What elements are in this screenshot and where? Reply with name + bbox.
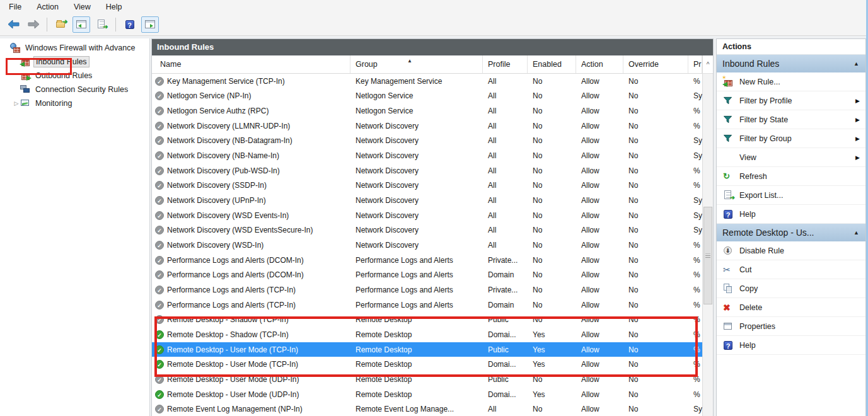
- rule-profile-cell: Public: [483, 315, 528, 324]
- column-header-group[interactable]: Group▲: [350, 55, 483, 73]
- action-cut[interactable]: ✂Cut: [717, 260, 865, 279]
- rule-override-cell: No: [623, 330, 688, 339]
- rule-name-cell: ✓Network Discovery (LLMNR-UDP-In): [152, 122, 350, 130]
- chevron-expand-icon[interactable]: ▷: [13, 100, 20, 107]
- action-view[interactable]: View▶: [717, 148, 865, 167]
- rule-name: Performance Logs and Alerts (TCP-In): [167, 301, 296, 309]
- table-row[interactable]: ✓Remote Desktop - User Mode (TCP-In)Remo…: [152, 357, 702, 372]
- table-row[interactable]: ✓Network Discovery (UPnP-In)Network Disc…: [152, 193, 702, 208]
- show-console-tree-button[interactable]: [72, 16, 90, 33]
- show-action-pane-button[interactable]: [141, 16, 159, 33]
- tree-item-outbound-rules[interactable]: Outbound Rules: [0, 69, 149, 83]
- column-header-profile[interactable]: Profile: [483, 55, 528, 73]
- rule-group-cell: Key Management Service: [350, 77, 483, 86]
- column-header-label: Name: [160, 60, 181, 69]
- table-row[interactable]: ✓Remote Event Log Management (NP-In)Remo…: [152, 402, 702, 416]
- action-help[interactable]: ?Help: [717, 336, 865, 355]
- forward-button[interactable]: [24, 16, 42, 33]
- scrollbar-thumb[interactable]: [703, 207, 712, 304]
- menu-action[interactable]: Action: [29, 1, 66, 13]
- column-header-override[interactable]: Override: [623, 55, 688, 73]
- action-filter-by-group[interactable]: Filter by Group▶: [717, 129, 865, 148]
- action-filter-by-state[interactable]: Filter by State▶: [717, 110, 865, 129]
- table-row[interactable]: ✓Network Discovery (SSDP-In)Network Disc…: [152, 178, 702, 194]
- action-filter-by-profile[interactable]: Filter by Profile▶: [717, 91, 865, 110]
- action-refresh[interactable]: ↻Refresh: [717, 167, 865, 186]
- rule-action-cell: Allow: [576, 181, 623, 190]
- rule-name-cell: ✓Performance Logs and Alerts (TCP-In): [152, 301, 350, 309]
- delete-icon: ✖: [723, 303, 734, 313]
- export-list-button[interactable]: ➜: [93, 16, 110, 33]
- disable-rule-icon: ⬇: [723, 246, 734, 256]
- vertical-scrollbar[interactable]: ^: [702, 55, 713, 416]
- rule-name: Remote Desktop - User Mode (TCP-In): [167, 360, 298, 369]
- action-icon-slot: ?: [723, 340, 739, 350]
- collapse-section-icon[interactable]: ▲: [854, 61, 859, 67]
- action-label: Help: [739, 210, 756, 219]
- column-header-label: Profile: [488, 60, 510, 69]
- rule-disabled-icon: ✓: [155, 91, 164, 100]
- table-row[interactable]: ✓Remote Desktop - User Mode (UDP-In)Remo…: [152, 387, 702, 402]
- table-row[interactable]: ✓Network Discovery (WSD-In)Network Disco…: [152, 238, 702, 253]
- table-row[interactable]: ✓Performance Logs and Alerts (DCOM-In)Pe…: [152, 268, 702, 283]
- tree-item-windows-firewall-with-advance[interactable]: Windows Firewall with Advance: [0, 41, 149, 55]
- rule-enabled-cell: Yes: [528, 330, 576, 339]
- column-header-pr[interactable]: Pr: [688, 55, 702, 73]
- action-delete[interactable]: ✖Delete: [717, 298, 865, 317]
- table-row[interactable]: ✓Network Discovery (WSD Events-In)Networ…: [152, 208, 702, 223]
- actions-section-inbound-rules[interactable]: Inbound Rules▲: [717, 55, 865, 72]
- column-header-row: NameGroup▲ProfileEnabledActionOverridePr: [152, 55, 713, 74]
- menu-view[interactable]: View: [66, 1, 98, 13]
- scroll-up-button[interactable]: ^: [703, 55, 713, 74]
- table-row[interactable]: ✓Netlogon Service (NP-In)Netlogon Servic…: [152, 89, 702, 104]
- rules-list: ✓Key Management Service (TCP-In)Key Mana…: [152, 74, 702, 416]
- table-row[interactable]: ✓Network Discovery (NB-Name-In)Network D…: [152, 148, 702, 163]
- column-header-name[interactable]: Name: [152, 55, 350, 73]
- table-row[interactable]: ✓Network Discovery (Pub-WSD-In)Network D…: [152, 163, 702, 178]
- tree-item-connection-security-rules[interactable]: Connection Security Rules: [0, 83, 149, 96]
- action-label: Delete: [739, 303, 762, 312]
- action-help[interactable]: ?Help: [717, 205, 865, 224]
- table-row[interactable]: ✓Performance Logs and Alerts (TCP-In)Per…: [152, 298, 702, 313]
- table-row[interactable]: ✓Network Discovery (WSD EventsSecure-In)…: [152, 223, 702, 238]
- back-button[interactable]: [4, 16, 21, 33]
- up-one-level-button[interactable]: ➜: [52, 16, 70, 33]
- table-row[interactable]: ✓Key Management Service (TCP-In)Key Mana…: [152, 74, 702, 89]
- help-icon: ?: [125, 20, 136, 30]
- action-properties[interactable]: Properties: [717, 317, 865, 336]
- table-row[interactable]: ✓Remote Desktop - Shadow (TCP-In)Remote …: [152, 327, 702, 342]
- table-row[interactable]: ✓Performance Logs and Alerts (DCOM-In)Pe…: [152, 253, 702, 268]
- rule-profile-cell: Domai...: [483, 330, 528, 339]
- rule-action-cell: Allow: [576, 345, 623, 354]
- action-copy[interactable]: Copy: [717, 279, 865, 298]
- rule-name: Network Discovery (NB-Datagram-In): [167, 136, 292, 145]
- column-header-action[interactable]: Action: [576, 55, 623, 73]
- rule-program-cell: %: [688, 122, 702, 130]
- column-header-enabled[interactable]: Enabled: [528, 55, 576, 73]
- rule-program-cell: %: [688, 107, 702, 115]
- menu-file[interactable]: File: [1, 1, 29, 13]
- tree-item-monitoring[interactable]: ▷Monitoring: [0, 96, 149, 110]
- rule-enabled-cell: No: [528, 107, 576, 115]
- rule-profile-cell: All: [483, 211, 528, 220]
- table-row[interactable]: ✓Network Discovery (LLMNR-UDP-In)Network…: [152, 118, 702, 134]
- tree-item-inbound-rules[interactable]: Inbound Rules: [0, 55, 149, 69]
- refresh-icon: ↻: [723, 171, 734, 182]
- table-row[interactable]: ✓Netlogon Service Authz (RPC)Netlogon Se…: [152, 103, 702, 118]
- table-row[interactable]: ✓Performance Logs and Alerts (TCP-In)Per…: [152, 282, 702, 298]
- rule-enabled-cell: Yes: [528, 360, 576, 369]
- rule-action-cell: Allow: [576, 286, 623, 294]
- rule-name: Remote Desktop - Shadow (TCP-In): [167, 330, 289, 339]
- table-row[interactable]: ✓Remote Desktop - User Mode (UDP-In)Remo…: [152, 372, 702, 387]
- help-button[interactable]: ?: [121, 16, 139, 33]
- actions-section-remote-desktop-us[interactable]: Remote Desktop - Us...▲: [717, 224, 865, 241]
- table-row[interactable]: ✓Network Discovery (NB-Datagram-In)Netwo…: [152, 134, 702, 149]
- action-export-list[interactable]: ➜Export List...: [717, 186, 865, 205]
- action-disable-rule[interactable]: ⬇Disable Rule: [717, 241, 865, 260]
- action-new-rule[interactable]: ✶New Rule...: [717, 72, 865, 91]
- table-row[interactable]: ✓Remote Desktop - Shadow (TCP-In)Remote …: [152, 313, 702, 328]
- menu-help[interactable]: Help: [98, 1, 130, 13]
- action-icon-slot: ⬇: [723, 246, 739, 256]
- table-row[interactable]: ✓Remote Desktop - User Mode (TCP-In)Remo…: [152, 342, 702, 357]
- collapse-section-icon[interactable]: ▲: [854, 229, 859, 236]
